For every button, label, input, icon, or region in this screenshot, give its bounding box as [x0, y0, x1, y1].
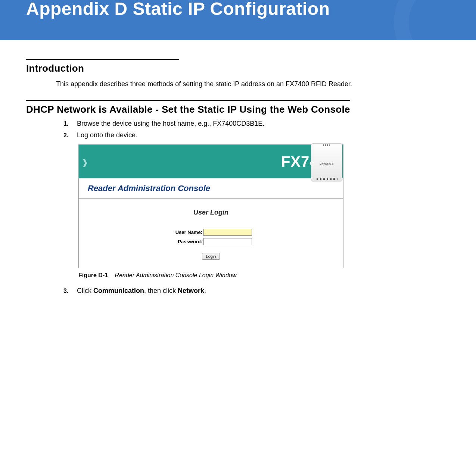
- step-bold-communication: Communication: [93, 287, 144, 294]
- figure-subtitle: Reader Administration Console: [79, 178, 343, 199]
- step-text-suffix: .: [204, 287, 206, 294]
- figure-header: › FX7400 MOTOROLA: [79, 145, 343, 178]
- username-row: User Name:: [170, 229, 252, 236]
- step-text: Browse the device using the host name, e…: [77, 120, 450, 128]
- step-number: 2.: [63, 132, 73, 139]
- step-3: 3. Click Communication, then click Netwo…: [63, 287, 450, 295]
- login-heading: User Login: [193, 209, 228, 216]
- login-area: User Login User Name: Password: Login: [79, 199, 343, 268]
- figure-container: › FX7400 MOTOROLA Reader Administration …: [78, 144, 343, 268]
- step-1: 1. Browse the device using the host name…: [63, 120, 450, 128]
- password-row: Password:: [170, 238, 252, 245]
- figure-caption-number: Figure D-1: [78, 272, 108, 278]
- step-text: Log onto the device.: [77, 131, 450, 139]
- page-content: Introduction This appendix describes thr…: [0, 40, 476, 313]
- password-label: Password:: [170, 239, 203, 244]
- username-input[interactable]: [203, 229, 252, 236]
- figure-login-window: › FX7400 MOTOROLA Reader Administration …: [78, 144, 343, 268]
- heading-dhcp: DHCP Network is Available - Set the Stat…: [26, 100, 350, 115]
- step-text: Click Communication, then click Network.: [77, 287, 450, 295]
- step-text-prefix: Click: [77, 287, 93, 294]
- figure-caption-text: Reader Administration Console Login Wind…: [115, 272, 237, 278]
- step-number: 3.: [63, 288, 73, 294]
- device-image: MOTOROLA: [311, 143, 342, 181]
- device-brand-label: MOTOROLA: [315, 163, 338, 165]
- step-2: 2. Log onto the device.: [63, 131, 450, 139]
- page-banner: Appendix D Static IP Configuration: [0, 0, 476, 40]
- chevron-right-icon: ›: [83, 150, 87, 174]
- heading-introduction: Introduction: [26, 59, 179, 74]
- password-input[interactable]: [203, 238, 252, 245]
- introduction-text: This appendix describes three methods of…: [56, 79, 450, 89]
- step-bold-network: Network: [178, 287, 204, 294]
- username-label: User Name:: [170, 229, 203, 235]
- login-button[interactable]: Login: [202, 253, 220, 260]
- figure-caption: Figure D-1 Reader Administration Console…: [78, 272, 450, 279]
- step-number: 1.: [63, 121, 73, 127]
- banner-decoration: [394, 0, 476, 40]
- step-text-mid: , then click: [144, 287, 178, 294]
